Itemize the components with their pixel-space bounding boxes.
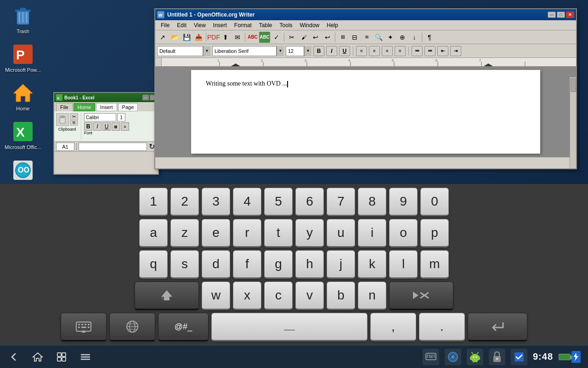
kb-keyboard-toggle-key[interactable] [61, 313, 107, 341]
tb-paint-icon[interactable]: 🖌 [298, 32, 309, 43]
tb-undo-icon[interactable]: ↩ [310, 32, 321, 43]
bold-btn[interactable]: B [84, 122, 92, 131]
clipboard-icon[interactable] [56, 113, 69, 126]
tb-cut-icon[interactable]: ✂ [286, 32, 297, 43]
tb-table2-icon[interactable]: ⊟ [349, 32, 360, 43]
status-lock-icon[interactable] [489, 349, 505, 365]
kb-key-7[interactable]: 7 [327, 188, 355, 216]
kb-key-i[interactable]: i [358, 219, 386, 247]
list-btn[interactable]: ≔ [412, 46, 423, 56]
menu-table[interactable]: Table [255, 21, 276, 29]
writer-close-btn[interactable]: ✕ [566, 12, 574, 18]
kb-symbols-key[interactable]: @#_ [158, 313, 209, 341]
kb-key-j[interactable]: j [327, 250, 355, 279]
font-name-field[interactable]: Calibri [84, 113, 116, 121]
kb-key-o[interactable]: o [389, 219, 418, 247]
italic-btn[interactable]: I [93, 122, 102, 131]
kb-key-e[interactable]: e [202, 219, 230, 247]
kb-key-4[interactable]: 4 [233, 188, 261, 216]
tb-spell-icon[interactable]: ABC [247, 32, 258, 43]
kb-space-key[interactable]: ___ [211, 313, 368, 341]
desktop-icon-excel[interactable]: X Microsoft Offic... [5, 121, 41, 150]
menu-format[interactable]: Format [231, 21, 255, 29]
kb-key-r[interactable]: r [233, 219, 261, 247]
formula-input[interactable] [79, 143, 147, 151]
kb-backspace-key[interactable] [389, 282, 453, 310]
kb-key-h[interactable]: h [295, 250, 324, 279]
status-android-icon[interactable] [467, 349, 483, 365]
kb-key-0[interactable]: 0 [420, 188, 449, 216]
font-select-value[interactable]: Liberation Serif [212, 46, 277, 56]
status-checklist-icon[interactable] [511, 349, 527, 365]
kb-key-d[interactable]: d [202, 250, 230, 279]
excel-tab-file[interactable]: File [56, 103, 73, 111]
tb-spellcheck-icon[interactable]: ABC [259, 32, 270, 43]
kb-key-2[interactable]: 2 [170, 188, 199, 216]
tb-spellcheck2-icon[interactable]: ✓ [271, 32, 282, 43]
writer-doc-area[interactable]: Writing some text with OVD ... [155, 66, 576, 157]
cell-ref[interactable]: A1 [56, 143, 74, 151]
kb-key-y[interactable]: y [295, 219, 324, 247]
tb-email-icon[interactable]: ✉ [232, 32, 243, 43]
numlist-btn[interactable]: ≔ [424, 46, 435, 56]
kb-key-8[interactable]: 8 [358, 188, 386, 216]
tb-table-icon[interactable]: ⊞ [337, 32, 348, 43]
kb-key-a[interactable]: a [139, 219, 168, 247]
tb-pdf-icon[interactable]: PDF [208, 32, 219, 43]
tb-find-icon[interactable]: 🔍 [373, 32, 384, 43]
writer-maximize-btn[interactable]: □ [557, 12, 565, 18]
kb-key-v[interactable]: v [295, 282, 324, 310]
scrollbar-thumb[interactable] [571, 78, 576, 92]
writer-scrollbar[interactable] [570, 77, 576, 168]
status-signal-icon[interactable] [445, 349, 461, 365]
font-size-field[interactable]: 1 [117, 113, 125, 121]
align-right-btn[interactable]: ≡ [382, 46, 393, 56]
kb-comma-key[interactable]: , [370, 313, 416, 341]
style-select-arrow[interactable]: ▼ [203, 46, 210, 56]
taskbar-back-icon[interactable] [7, 351, 20, 363]
font-selector[interactable]: Liberation Serif ▼ [212, 46, 284, 56]
kb-globe-key[interactable] [109, 313, 155, 341]
align-center-btn[interactable]: ≡ [369, 46, 380, 56]
kb-key-m[interactable]: m [420, 250, 449, 279]
color-btn[interactable]: A [121, 122, 129, 131]
excel-tab-insert[interactable]: Insert [96, 103, 117, 111]
tb-sort-icon[interactable]: ≋ [361, 32, 372, 43]
copy-icon[interactable]: ⧉ [70, 120, 78, 126]
tb-arrow-icon[interactable]: ↗ [157, 32, 168, 43]
bold-format-btn[interactable]: B [313, 46, 324, 56]
menu-insert[interactable]: Insert [209, 21, 231, 29]
menu-edit[interactable]: Edit [173, 21, 190, 29]
underline-format-btn[interactable]: U [339, 46, 350, 56]
desktop-icon-home[interactable]: Home [5, 82, 41, 111]
tb-pilcrow-icon[interactable]: ¶ [424, 32, 435, 43]
kb-key-k[interactable]: k [358, 250, 386, 279]
border-btn[interactable]: ▦ [112, 122, 120, 131]
kb-key-w[interactable]: w [202, 282, 230, 310]
kb-key-p[interactable]: p [420, 219, 449, 247]
cut-icon[interactable]: ✂ [70, 113, 78, 120]
kb-key-g[interactable]: g [264, 250, 293, 279]
desktop-icon-trash[interactable]: Trash [5, 5, 41, 34]
tb-arrow2-icon[interactable]: ↓ [409, 32, 420, 43]
kb-key-3[interactable]: 3 [202, 188, 230, 216]
font-select-arrow[interactable]: ▼ [277, 46, 284, 56]
taskbar-menu-icon[interactable] [79, 351, 92, 363]
menu-tools[interactable]: Tools [276, 21, 296, 29]
kb-key-s[interactable]: s [170, 250, 199, 279]
menu-window[interactable]: Window [296, 21, 323, 29]
tb-save-icon[interactable]: 💾 [181, 32, 192, 43]
tb-open-icon[interactable]: 📂 [169, 32, 180, 43]
kb-key-1[interactable]: 1 [139, 188, 168, 216]
kb-key-u[interactable]: u [327, 219, 355, 247]
status-keyboard-icon[interactable] [423, 349, 439, 365]
desktop-icon-powerpoint[interactable]: P Microsoft Pow... [5, 43, 41, 73]
excel-tab-home[interactable]: Home [74, 103, 95, 111]
kb-key-6[interactable]: 6 [295, 188, 324, 216]
kb-key-f[interactable]: f [233, 250, 261, 279]
tb-nav-icon[interactable]: ⊕ [397, 32, 408, 43]
kb-key-9[interactable]: 9 [389, 188, 418, 216]
kb-shift-key[interactable] [135, 282, 199, 310]
size-selector[interactable]: 12 ▼ [286, 46, 311, 56]
taskbar-recents-icon[interactable] [55, 351, 68, 363]
